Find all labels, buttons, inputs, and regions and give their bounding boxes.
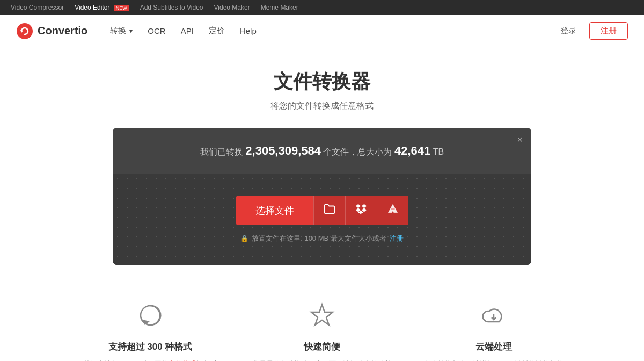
top-banner-link-video-editor[interactable]: Video Editor NEW <box>75 4 129 11</box>
svg-point-0 <box>17 23 33 39</box>
upload-stats: 我们已转换 2,305,309,584 个文件，总大小为 42,641 TB <box>113 128 531 174</box>
top-banner-link-meme-maker[interactable]: Meme Maker <box>261 4 298 11</box>
nav-item-pricing[interactable]: 定价 <box>202 23 231 39</box>
feature-desc-fast: 您只需将文件拖放至本页面，选择输出格式并点击'转换'按钮即可。完成转换过程需要一… <box>252 358 392 361</box>
upload-hint: 🔒 放置文件在这里. 100 MB 最大文件大小或者 注册 <box>240 234 404 243</box>
hint-text: 放置文件在这里. 100 MB 最大文件大小或者 <box>252 234 386 243</box>
upload-container: 我们已转换 2,305,309,584 个文件，总大小为 42,641 TB ×… <box>113 128 531 265</box>
dropbox-icon-button[interactable] <box>345 196 377 225</box>
feature-cloud: 云端处理 所有转换都在云端进行，不会消耗您计算机的资源。 <box>424 302 564 361</box>
new-badge: NEW <box>114 5 129 11</box>
nav-actions: 登录 注册 <box>554 22 628 40</box>
feature-fast: 快速简便 您只需将文件拖放至本页面，选择输出格式并点击'转换'按钮即可。完成转换… <box>252 302 392 361</box>
top-banner-link-video-compressor[interactable]: Video Compressor <box>11 4 64 11</box>
features-section: 支持超过 300 种格式 我们支持超过 300 种不同的文件格式间超过 2560… <box>54 292 590 361</box>
logo-text: Convertio <box>38 25 87 37</box>
register-button[interactable]: 注册 <box>589 22 628 40</box>
hero-subtitle: 将您的文件转换成任意格式 <box>11 100 633 112</box>
nav-links: 转换 OCR API 定价 Help <box>104 23 554 39</box>
feature-formats: 支持超过 300 种格式 我们支持超过 300 种不同的文件格式间超过 2560… <box>80 302 220 361</box>
logo[interactable]: Convertio <box>16 23 87 40</box>
logo-icon <box>16 23 33 40</box>
choose-file-button[interactable]: 选择文件 <box>236 197 313 225</box>
hero-section: 文件转换器 将您的文件转换成任意格式 <box>0 47 644 128</box>
gdrive-icon <box>387 203 399 215</box>
formats-icon <box>80 302 220 333</box>
top-banner: Video Compressor Video Editor NEW Add Su… <box>0 0 644 15</box>
feature-title-cloud: 云端处理 <box>424 341 564 353</box>
top-banner-link-subtitles[interactable]: Add Subtitles to Video <box>140 4 203 11</box>
top-banner-link-video-maker[interactable]: Video Maker <box>214 4 250 11</box>
hint-register-link[interactable]: 注册 <box>390 234 404 243</box>
upload-area: 选择文件 🔒 放置文件在这里. 100 MB 最大文件大小或者 <box>113 174 531 265</box>
files-count: 2,305,309,584 <box>245 144 321 157</box>
nav-item-api[interactable]: API <box>174 23 200 39</box>
login-button[interactable]: 登录 <box>554 23 583 39</box>
nav-item-ocr[interactable]: OCR <box>141 23 172 39</box>
folder-icon <box>324 203 335 215</box>
cloud-icon <box>424 302 564 333</box>
feature-desc-cloud: 所有转换都在云端进行，不会消耗您计算机的资源。 <box>424 358 564 361</box>
feature-desc-formats: 我们支持超过 300 种不同的文件格式间超过 25600 种不同的转换方式。数量… <box>80 358 220 361</box>
nav-item-help[interactable]: Help <box>233 23 263 39</box>
svg-marker-4 <box>311 305 333 325</box>
hero-title: 文件转换器 <box>11 69 633 95</box>
size-value: 42,641 <box>394 144 430 157</box>
svg-marker-3 <box>143 320 148 324</box>
nav-item-convert[interactable]: 转换 <box>104 23 139 39</box>
fast-icon <box>252 302 392 333</box>
close-button[interactable]: × <box>517 134 523 146</box>
navbar: Convertio 转换 OCR API 定价 Help 登录 注册 <box>0 15 644 47</box>
folder-icon-button[interactable] <box>313 196 345 225</box>
feature-title-fast: 快速简便 <box>252 341 392 353</box>
lock-icon: 🔒 <box>240 235 248 242</box>
feature-title-formats: 支持超过 300 种格式 <box>80 341 220 353</box>
dropbox-icon <box>355 203 367 215</box>
upload-btn-row: 选择文件 <box>236 196 408 225</box>
gdrive-icon-button[interactable] <box>377 196 408 225</box>
